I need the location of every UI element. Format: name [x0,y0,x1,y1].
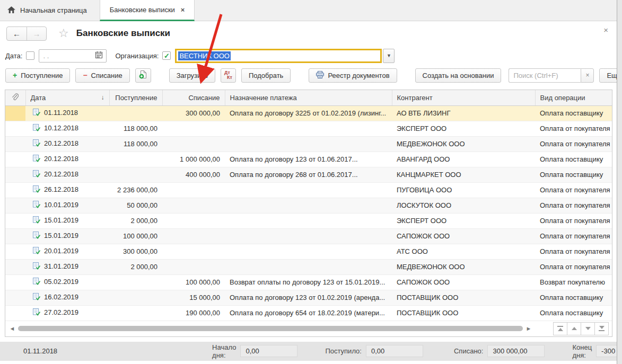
search-input[interactable] [509,68,581,83]
tab-bank-statements[interactable]: Банковские выписки × [100,0,195,21]
cell-counterparty: КАНЦМАРКЕТ ООО [392,167,535,182]
tab-home-page[interactable]: Начальная страница [0,0,97,21]
cell-payment-purpose [225,228,392,244]
organization-input[interactable]: ВЕСТНИК ООО [175,49,382,63]
search-clear-button[interactable]: × [581,68,594,83]
writeoff-button-label: Списание [91,72,122,79]
cell-operation-type: Оплата поставщику [535,152,612,167]
cell-date: 15.01.2019 [44,232,78,239]
received-label: Поступило: [325,347,362,355]
form-close-icon[interactable]: × [603,25,608,34]
table-row[interactable]: 31.01.2019 2 000,00 МЕДВЕЖОНОК ООО Оплат… [5,259,612,274]
receipt-button[interactable]: + Поступление [5,68,70,83]
table-row[interactable]: 20.01.2019 300 000,00 АТС ООО Оплата от … [5,244,612,259]
column-payment-purpose[interactable]: Назначение платежа [225,90,392,105]
create-based-on-button[interactable]: Создать на основании [415,68,502,83]
previous-row-button[interactable] [567,322,581,335]
writeoff-button[interactable]: − Списание [75,68,129,83]
cell-date: 20.01.2019 [44,247,78,255]
pick-button[interactable]: Подобрать [241,68,291,83]
table-row[interactable]: 20.12.2018 118 000,00 МЕДВЕЖОНОК ООО Опл… [5,136,612,152]
posted-document-icon [33,124,40,133]
more-button[interactable]: Еще ▼ [599,68,617,83]
cell-counterparty: ЭКСПЕРТ ООО [392,213,535,228]
cell-date: 26.12.2018 [44,185,78,193]
table-row[interactable]: 15.01.2019 2 000,00 ЭКСПЕРТ ООО Оплата о… [5,213,612,228]
status-bar: 01.11.2018 Начало дня: 0,00 Поступило: 0… [0,342,617,361]
scroll-left-icon[interactable]: ◄ [8,325,16,332]
cell-receipt: 100 000,00 [109,228,162,244]
cell-counterparty: ПОСТАВЩИК ООО [392,305,535,321]
scroll-right-icon[interactable]: ► [525,325,532,332]
new-document-button[interactable] [135,68,151,83]
column-receipt[interactable]: Поступление [109,90,162,105]
next-row-button[interactable] [581,322,595,335]
cell-operation-type: Оплата от покупателя [535,182,612,198]
posted-document-icon [33,109,40,118]
column-attachment[interactable] [5,90,25,105]
table-row[interactable]: 15.01.2019 100 000,00 САПОЖОК ООО Оплата… [5,228,612,244]
cell-payment-purpose [225,259,392,274]
organization-dropdown-button[interactable]: ▼ [383,49,395,63]
home-icon [7,6,15,15]
cell-date: 10.12.2018 [44,124,78,132]
cell-receipt [109,105,162,121]
cell-receipt: 300 000,00 [109,244,162,259]
search-group: × [509,68,594,83]
date-filter-value: . . [43,52,95,60]
cell-operation-type: Оплата от покупателя [535,244,612,259]
chevron-down-icon: ▼ [387,53,391,58]
document-register-button[interactable]: Реестр документов [309,68,397,83]
forward-button[interactable]: → [27,27,46,40]
cell-writeoff [162,136,225,152]
back-button[interactable]: ← [7,27,27,40]
table-row[interactable]: 05.02.2019 100 000,00 Возврат оплаты по … [5,274,612,290]
organization-filter-checkbox[interactable]: ✓ [162,51,171,60]
table-row[interactable]: 26.12.2018 2 236 000,00 ПУГОВИЦА ООО Опл… [5,182,612,198]
table-row[interactable]: 20.12.2018 400 000,00 Оплата по договору… [5,167,612,182]
column-date[interactable]: Дата↓ [25,90,109,105]
table-row[interactable]: 10.01.2019 50 000,00 ЛОСКУТОК ООО Оплата… [5,198,612,213]
cell-date: 27.02.2019 [44,308,78,316]
scrollbar-thumb[interactable] [18,326,523,331]
cell-operation-type: Оплата поставщику [535,167,612,182]
posted-document-icon [33,232,40,241]
title-bar: ← → ☆ Банковские выписки × [0,21,617,46]
column-writeoff[interactable]: Списание [162,90,225,105]
favorite-star-icon[interactable]: ☆ [58,28,69,39]
day-start-value: 0,00 [240,345,297,357]
column-counterparty[interactable]: Контрагент [392,90,535,105]
column-operation-type[interactable]: Вид операции [535,90,612,105]
tab-close-icon[interactable]: × [181,6,185,14]
date-filter-input[interactable]: . . [39,49,107,63]
date-filter-checkbox[interactable] [26,51,34,60]
documents-grid: Дата↓ Поступление Списание Назначение пл… [5,90,612,337]
table-row[interactable]: 27.02.2019 190 000,00 Оплата по договору… [5,305,612,321]
written-off-group: Списано: 300 000,00 [454,345,545,357]
status-date: 01.11.2018 [23,347,57,355]
postings-dtkt-button[interactable]: ДтКт [221,68,236,83]
cell-writeoff: 15 000,00 [162,290,225,305]
cell-writeoff: 400 000,00 [162,167,225,182]
posted-document-icon [33,155,40,164]
go-first-row-button[interactable] [553,322,567,335]
table-row[interactable]: 16.02.2019 15 000,00 Оплата по договору … [5,290,612,305]
calendar-icon[interactable] [95,51,102,60]
cell-date: 31.01.2019 [44,262,78,270]
tab-bank-statements-label: Банковские выписки [110,6,175,14]
document-register-button-label: Реестр документов [328,72,389,79]
cell-writeoff: 300 000,00 [162,105,225,121]
table-row[interactable]: 01.11.2018 300 000,00 Оплата по договору… [5,105,612,121]
history-nav-group: ← → [6,26,47,41]
table-row[interactable]: 10.12.2018 118 000,00 ЭКСПЕРТ ООО Оплата… [5,121,612,136]
go-last-row-button[interactable] [594,322,609,335]
cell-counterparty: ПУГОВИЦА ООО [392,182,535,198]
cell-writeoff: 100 000,00 [162,274,225,290]
table-row[interactable]: 20.12.2018 1 000 000,00 Оплата по догово… [5,152,612,167]
cell-payment-purpose [225,136,392,152]
cell-receipt: 118 000,00 [109,136,162,152]
table-body: 01.11.2018 300 000,00 Оплата по договору… [5,105,612,321]
day-end-group: Конец дня: -300 000,00 [572,343,617,359]
load-button[interactable]: Загрузить [169,68,215,83]
written-off-label: Списано: [454,347,483,355]
